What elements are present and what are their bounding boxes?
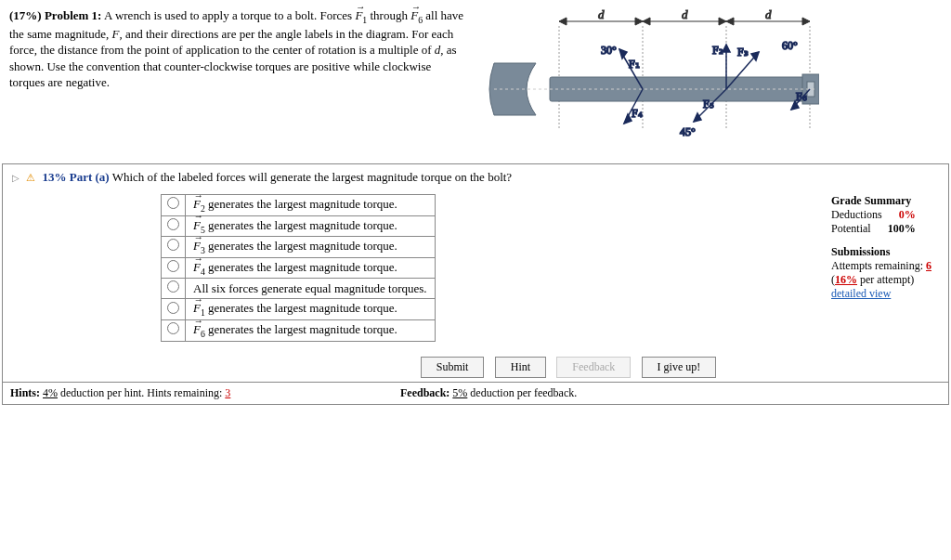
svg-text:45°: 45°: [680, 125, 696, 138]
summary-title: Grade Summary: [831, 194, 931, 208]
part-label: Part (a): [70, 170, 110, 184]
option-radio[interactable]: [162, 237, 186, 258]
warning-icon: ⚠: [26, 172, 35, 183]
deductions-label: Deductions: [831, 208, 888, 222]
svg-text:F₃: F₃: [737, 46, 749, 59]
option-text[interactable]: F6 generates the largest magnitude torqu…: [186, 319, 436, 341]
svg-marker-8: [802, 18, 810, 25]
option-radio[interactable]: [162, 215, 186, 237]
grade-summary: Grade Summary Deductions0% Potential100%…: [831, 194, 939, 342]
option-radio[interactable]: [162, 257, 186, 279]
problem-text-2: through: [367, 8, 410, 22]
feedback-text: deduction per feedback.: [467, 386, 577, 399]
action-buttons: Submit Hint Feedback I give up!: [189, 357, 948, 378]
problem-percent: (17%): [9, 8, 42, 22]
svg-text:60°: 60°: [782, 39, 798, 52]
svg-marker-4: [643, 18, 650, 25]
svg-text:d: d: [765, 7, 772, 21]
part-question: Which of the labeled forces will generat…: [112, 170, 512, 184]
attempts-value: 6: [926, 259, 931, 272]
svg-text:d: d: [598, 7, 605, 21]
option-radio[interactable]: [162, 299, 186, 320]
svg-text:30°: 30°: [601, 44, 617, 57]
part-percent: 13%: [43, 170, 67, 184]
option-text[interactable]: F3 generates the largest magnitude torqu…: [186, 237, 436, 258]
feedback-pct: 5%: [452, 386, 467, 399]
submissions-title: Submissions: [831, 245, 931, 259]
answer-options: F2 generates the largest magnitude torqu…: [161, 194, 436, 342]
wrench-diagram: d d d: [466, 7, 942, 150]
submit-button[interactable]: Submit: [421, 357, 485, 378]
hints-remaining: 3: [225, 386, 230, 399]
option-text[interactable]: F2 generates the largest magnitude torqu…: [186, 195, 436, 216]
option-radio[interactable]: [162, 319, 186, 341]
svg-text:F₄: F₄: [632, 107, 643, 120]
problem-header: (17%) Problem 1: A wrench is used to app…: [0, 0, 951, 158]
svg-marker-1: [559, 18, 567, 25]
option-text[interactable]: F5 generates the largest magnitude torqu…: [186, 215, 436, 237]
part-header: ▷ ⚠ 13% Part (a) Which of the labeled fo…: [3, 164, 948, 190]
hints-label: Hints:: [10, 386, 40, 399]
svg-marker-7: [726, 18, 734, 25]
svg-marker-28: [723, 45, 730, 52]
footer-hints: Hints: 4% deduction per hint. Hints rema…: [3, 382, 948, 404]
giveup-button[interactable]: I give up!: [642, 357, 717, 378]
option-text[interactable]: All six forces generate equal magnitude …: [186, 279, 436, 299]
detailed-view-link[interactable]: detailed view: [831, 287, 931, 301]
part-a-section: ▷ ⚠ 13% Part (a) Which of the labeled fo…: [2, 163, 949, 405]
potential-label: Potential: [831, 222, 888, 236]
problem-title: Problem 1:: [45, 8, 102, 22]
feedback-button: Feedback: [556, 357, 631, 378]
option-radio[interactable]: [162, 195, 186, 216]
svg-text:F₁: F₁: [629, 58, 640, 71]
option-radio[interactable]: [162, 279, 186, 299]
problem-statement: (17%) Problem 1: A wrench is used to app…: [9, 7, 466, 150]
problem-text-1: A wrench is used to apply a torque to a …: [104, 8, 355, 22]
svg-text:F₂: F₂: [712, 44, 723, 57]
per-attempt-text: per attempt): [860, 273, 914, 286]
svg-text:F₅: F₅: [703, 98, 714, 111]
svg-marker-21: [619, 49, 627, 59]
option-text[interactable]: F1 generates the largest magnitude torqu…: [186, 299, 436, 320]
deductions-value: 0%: [888, 208, 921, 222]
svg-text:F₆: F₆: [796, 90, 807, 103]
svg-marker-5: [719, 18, 726, 25]
expand-icon[interactable]: ▷: [12, 173, 20, 183]
attempts-label: Attempts remaining:: [831, 259, 923, 272]
hints-pct: 4%: [43, 386, 58, 399]
option-text[interactable]: F4 generates the largest magnitude torqu…: [186, 257, 436, 279]
hints-text: deduction per hint. Hints remaining:: [58, 386, 225, 399]
svg-marker-25: [624, 114, 632, 124]
hint-button[interactable]: Hint: [495, 357, 546, 378]
feedback-label: Feedback:: [400, 386, 449, 399]
svg-marker-2: [635, 18, 643, 25]
potential-value: 100%: [888, 222, 921, 236]
svg-text:d: d: [682, 7, 688, 21]
